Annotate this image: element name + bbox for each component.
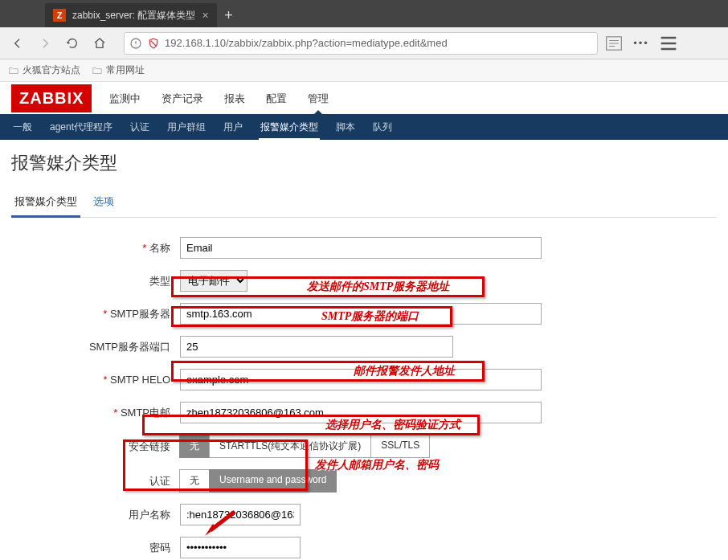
smtp-server-field[interactable] bbox=[180, 303, 542, 325]
close-icon[interactable]: × bbox=[202, 9, 208, 22]
nav-configuration[interactable]: 配置 bbox=[263, 84, 290, 114]
connsec-none[interactable]: 无 bbox=[179, 435, 210, 458]
main-nav: ZABBIX 监测中 资产记录 报表 配置 管理 bbox=[0, 82, 728, 114]
bookmarks-bar: 火狐官方站点 常用网址 bbox=[0, 59, 728, 82]
bookmark-label: 常用网址 bbox=[106, 63, 145, 77]
smtp-port-field[interactable] bbox=[180, 336, 453, 358]
form-tabs: 报警媒介类型 选项 bbox=[11, 190, 717, 218]
subnav-proxies[interactable]: agent代理程序 bbox=[48, 114, 114, 141]
favicon: Z bbox=[53, 9, 66, 22]
page-title: 报警媒介类型 bbox=[11, 151, 717, 175]
subnav-scripts[interactable]: 脚本 bbox=[334, 114, 357, 141]
subnav-mediatypes[interactable]: 报警媒介类型 bbox=[259, 114, 320, 141]
connsec-ssltls[interactable]: SSL/TLS bbox=[370, 435, 430, 458]
label-password: 密码 bbox=[11, 541, 180, 555]
new-tab-button[interactable]: + bbox=[217, 3, 241, 27]
name-field[interactable] bbox=[180, 237, 542, 259]
smtp-helo-field[interactable] bbox=[180, 369, 542, 390]
label-type: 类型 bbox=[11, 274, 180, 288]
mediatype-form: 名称 类型 电子邮件 SMTP服务器 SMTP服务器端口 bbox=[11, 237, 717, 560]
folder-icon bbox=[8, 65, 19, 76]
username-field[interactable] bbox=[180, 504, 301, 525]
more-actions-button[interactable]: ••• bbox=[630, 32, 652, 55]
subnav-users[interactable]: 用户 bbox=[222, 114, 244, 141]
auth-usernamepassword[interactable]: Username and password bbox=[209, 469, 337, 493]
info-icon bbox=[129, 37, 142, 50]
sub-nav: 一般 agent代理程序 认证 用户群组 用户 报警媒介类型 脚本 队列 bbox=[0, 114, 728, 140]
browser-tab[interactable]: Z zabbix_server: 配置媒体类型 × bbox=[45, 3, 217, 27]
nav-administration[interactable]: 管理 bbox=[305, 84, 332, 114]
connection-security-group: 无 STARTTLS(纯文本通信协议扩展) SSL/TLS bbox=[180, 435, 430, 458]
subnav-general[interactable]: 一般 bbox=[11, 114, 34, 141]
bookmark-item[interactable]: 火狐官方站点 bbox=[8, 63, 80, 77]
browser-tab-strip: Z zabbix_server: 配置媒体类型 × + bbox=[0, 0, 728, 27]
nav-monitoring[interactable]: 监测中 bbox=[106, 84, 144, 114]
home-button[interactable] bbox=[88, 32, 111, 55]
connsec-starttls[interactable]: STARTTLS(纯文本通信协议扩展) bbox=[209, 435, 371, 458]
browser-toolbar: 192.168.1.10/zabbix/zabbix.php?action=me… bbox=[0, 27, 728, 59]
subnav-authentication[interactable]: 认证 bbox=[129, 114, 151, 141]
label-authentication: 认证 bbox=[11, 474, 180, 488]
label-name: 名称 bbox=[11, 241, 180, 255]
tab-options[interactable]: 选项 bbox=[90, 190, 117, 217]
label-smtp-email: SMTP电邮 bbox=[11, 406, 180, 420]
auth-none[interactable]: 无 bbox=[179, 469, 210, 493]
password-field[interactable] bbox=[180, 537, 301, 558]
url-text: 192.168.1.10/zabbix/zabbix.php?action=me… bbox=[165, 37, 592, 49]
tab-title: zabbix_server: 配置媒体类型 bbox=[72, 9, 195, 22]
subnav-usergroups[interactable]: 用户群组 bbox=[166, 114, 207, 141]
folder-icon bbox=[92, 65, 103, 76]
tab-mediatype[interactable]: 报警媒介类型 bbox=[11, 190, 80, 218]
reload-button[interactable] bbox=[61, 32, 84, 55]
back-button[interactable] bbox=[6, 32, 29, 55]
label-connection-security: 安全链接 bbox=[11, 439, 180, 454]
address-bar[interactable]: 192.168.1.10/zabbix/zabbix.php?action=me… bbox=[124, 32, 598, 55]
nav-reports[interactable]: 报表 bbox=[221, 84, 248, 114]
label-smtp-port: SMTP服务器端口 bbox=[11, 340, 180, 354]
label-smtp-server: SMTP服务器 bbox=[11, 307, 180, 321]
subnav-queue[interactable]: 队列 bbox=[371, 114, 394, 141]
label-smtp-helo: SMTP HELO bbox=[11, 374, 180, 386]
label-username: 用户名称 bbox=[11, 508, 180, 522]
bookmark-item[interactable]: 常用网址 bbox=[92, 63, 145, 77]
nav-inventory[interactable]: 资产记录 bbox=[158, 84, 207, 114]
reader-mode-button[interactable] bbox=[603, 32, 625, 55]
type-select[interactable]: 电子邮件 bbox=[180, 270, 247, 292]
bookmark-label: 火狐官方站点 bbox=[22, 63, 80, 77]
menu-button[interactable] bbox=[657, 32, 680, 55]
authentication-group: 无 Username and password bbox=[180, 469, 337, 493]
zabbix-logo[interactable]: ZABBIX bbox=[11, 84, 92, 112]
shield-icon bbox=[147, 37, 160, 50]
forward-button[interactable] bbox=[34, 32, 56, 55]
smtp-email-field[interactable] bbox=[180, 402, 542, 423]
